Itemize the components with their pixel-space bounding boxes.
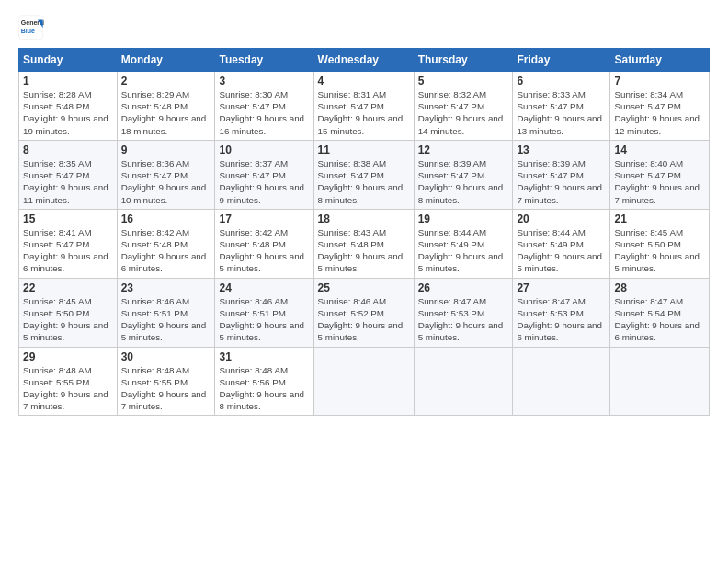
day-info: Sunrise: 8:28 AMSunset: 5:48 PMDaylight:… <box>23 88 113 137</box>
day-info: Sunrise: 8:44 AMSunset: 5:49 PMDaylight:… <box>418 226 509 275</box>
day-number: 16 <box>121 213 211 225</box>
day-info: Sunrise: 8:39 AMSunset: 5:47 PMDaylight:… <box>418 157 509 206</box>
table-cell: 22 Sunrise: 8:45 AMSunset: 5:50 PMDaylig… <box>19 278 118 347</box>
day-number: 15 <box>23 213 113 225</box>
day-number: 3 <box>219 75 309 87</box>
day-info: Sunrise: 8:37 AMSunset: 5:47 PMDaylight:… <box>219 157 309 206</box>
day-number: 21 <box>614 213 705 225</box>
day-number: 23 <box>121 282 211 294</box>
day-number: 18 <box>318 213 410 225</box>
table-cell: 9 Sunrise: 8:36 AMSunset: 5:47 PMDayligh… <box>117 140 215 209</box>
day-number: 1 <box>23 75 113 87</box>
calendar-header-row: Sunday Monday Tuesday Wednesday Thursday… <box>19 49 710 72</box>
table-cell: 18 Sunrise: 8:43 AMSunset: 5:48 PMDaylig… <box>313 209 414 278</box>
day-info: Sunrise: 8:44 AMSunset: 5:49 PMDaylight:… <box>517 226 606 275</box>
day-info: Sunrise: 8:42 AMSunset: 5:48 PMDaylight:… <box>219 226 309 275</box>
table-cell: 17 Sunrise: 8:42 AMSunset: 5:48 PMDaylig… <box>215 209 313 278</box>
day-number: 10 <box>219 144 309 156</box>
table-cell <box>610 347 710 416</box>
day-number: 9 <box>121 144 211 156</box>
day-info: Sunrise: 8:46 AMSunset: 5:52 PMDaylight:… <box>318 295 410 344</box>
table-cell: 19 Sunrise: 8:44 AMSunset: 5:49 PMDaylig… <box>414 209 513 278</box>
day-info: Sunrise: 8:48 AMSunset: 5:55 PMDaylight:… <box>121 364 211 413</box>
table-cell: 12 Sunrise: 8:39 AMSunset: 5:47 PMDaylig… <box>414 140 513 209</box>
day-number: 14 <box>614 144 705 156</box>
day-info: Sunrise: 8:42 AMSunset: 5:48 PMDaylight:… <box>121 226 211 275</box>
table-cell: 3 Sunrise: 8:30 AMSunset: 5:47 PMDayligh… <box>215 72 313 141</box>
col-wednesday: Wednesday <box>313 49 414 72</box>
logo: General Blue <box>18 15 44 40</box>
day-info: Sunrise: 8:43 AMSunset: 5:48 PMDaylight:… <box>318 226 410 275</box>
table-cell: 1 Sunrise: 8:28 AMSunset: 5:48 PMDayligh… <box>19 72 118 141</box>
table-cell: 14 Sunrise: 8:40 AMSunset: 5:47 PMDaylig… <box>610 140 710 209</box>
day-info: Sunrise: 8:35 AMSunset: 5:47 PMDaylight:… <box>23 157 113 206</box>
day-info: Sunrise: 8:30 AMSunset: 5:47 PMDaylight:… <box>219 88 309 137</box>
table-cell: 4 Sunrise: 8:31 AMSunset: 5:47 PMDayligh… <box>313 72 414 141</box>
day-info: Sunrise: 8:47 AMSunset: 5:53 PMDaylight:… <box>418 295 509 344</box>
table-cell: 8 Sunrise: 8:35 AMSunset: 5:47 PMDayligh… <box>19 140 118 209</box>
day-info: Sunrise: 8:45 AMSunset: 5:50 PMDaylight:… <box>23 295 113 344</box>
day-info: Sunrise: 8:40 AMSunset: 5:47 PMDaylight:… <box>614 157 705 206</box>
day-info: Sunrise: 8:32 AMSunset: 5:47 PMDaylight:… <box>418 88 509 137</box>
table-cell: 29 Sunrise: 8:48 AMSunset: 5:55 PMDaylig… <box>19 347 118 416</box>
calendar-row: 22 Sunrise: 8:45 AMSunset: 5:50 PMDaylig… <box>19 278 710 347</box>
col-sunday: Sunday <box>19 49 118 72</box>
day-info: Sunrise: 8:31 AMSunset: 5:47 PMDaylight:… <box>318 88 410 137</box>
table-cell: 6 Sunrise: 8:33 AMSunset: 5:47 PMDayligh… <box>513 72 610 141</box>
day-info: Sunrise: 8:36 AMSunset: 5:47 PMDaylight:… <box>121 157 211 206</box>
day-info: Sunrise: 8:33 AMSunset: 5:47 PMDaylight:… <box>517 88 606 137</box>
table-cell: 2 Sunrise: 8:29 AMSunset: 5:48 PMDayligh… <box>117 72 215 141</box>
calendar-table: Sunday Monday Tuesday Wednesday Thursday… <box>18 48 710 416</box>
day-number: 4 <box>318 75 410 87</box>
table-cell: 7 Sunrise: 8:34 AMSunset: 5:47 PMDayligh… <box>610 72 710 141</box>
day-info: Sunrise: 8:48 AMSunset: 5:55 PMDaylight:… <box>23 364 113 413</box>
day-number: 5 <box>418 75 509 87</box>
day-info: Sunrise: 8:47 AMSunset: 5:53 PMDaylight:… <box>517 295 606 344</box>
table-cell: 5 Sunrise: 8:32 AMSunset: 5:47 PMDayligh… <box>414 72 513 141</box>
calendar-row: 29 Sunrise: 8:48 AMSunset: 5:55 PMDaylig… <box>19 347 710 416</box>
table-cell: 26 Sunrise: 8:47 AMSunset: 5:53 PMDaylig… <box>414 278 513 347</box>
day-number: 8 <box>23 144 113 156</box>
day-number: 7 <box>614 75 705 87</box>
table-cell: 21 Sunrise: 8:45 AMSunset: 5:50 PMDaylig… <box>610 209 710 278</box>
day-info: Sunrise: 8:46 AMSunset: 5:51 PMDaylight:… <box>219 295 309 344</box>
day-number: 29 <box>23 350 113 363</box>
calendar-row: 1 Sunrise: 8:28 AMSunset: 5:48 PMDayligh… <box>19 72 710 141</box>
table-cell <box>414 347 513 416</box>
day-number: 28 <box>614 282 705 294</box>
day-number: 17 <box>219 213 309 225</box>
day-number: 19 <box>418 213 509 225</box>
table-cell: 25 Sunrise: 8:46 AMSunset: 5:52 PMDaylig… <box>313 278 414 347</box>
table-cell: 28 Sunrise: 8:47 AMSunset: 5:54 PMDaylig… <box>610 278 710 347</box>
day-info: Sunrise: 8:29 AMSunset: 5:48 PMDaylight:… <box>121 88 211 137</box>
day-number: 2 <box>121 75 211 87</box>
day-info: Sunrise: 8:38 AMSunset: 5:47 PMDaylight:… <box>318 157 410 206</box>
day-number: 12 <box>418 144 509 156</box>
day-info: Sunrise: 8:45 AMSunset: 5:50 PMDaylight:… <box>614 226 705 275</box>
table-cell <box>313 347 414 416</box>
day-info: Sunrise: 8:39 AMSunset: 5:47 PMDaylight:… <box>517 157 606 206</box>
table-cell: 15 Sunrise: 8:41 AMSunset: 5:47 PMDaylig… <box>19 209 118 278</box>
day-info: Sunrise: 8:34 AMSunset: 5:47 PMDaylight:… <box>614 88 705 137</box>
day-info: Sunrise: 8:46 AMSunset: 5:51 PMDaylight:… <box>121 295 211 344</box>
day-info: Sunrise: 8:47 AMSunset: 5:54 PMDaylight:… <box>614 295 705 344</box>
table-cell: 20 Sunrise: 8:44 AMSunset: 5:49 PMDaylig… <box>513 209 610 278</box>
day-info: Sunrise: 8:48 AMSunset: 5:56 PMDaylight:… <box>219 364 309 413</box>
day-number: 25 <box>318 282 410 294</box>
col-saturday: Saturday <box>610 49 710 72</box>
calendar-row: 15 Sunrise: 8:41 AMSunset: 5:47 PMDaylig… <box>19 209 710 278</box>
table-cell: 24 Sunrise: 8:46 AMSunset: 5:51 PMDaylig… <box>215 278 313 347</box>
day-number: 31 <box>219 350 309 363</box>
table-cell: 11 Sunrise: 8:38 AMSunset: 5:47 PMDaylig… <box>313 140 414 209</box>
table-cell <box>513 347 610 416</box>
table-cell: 23 Sunrise: 8:46 AMSunset: 5:51 PMDaylig… <box>117 278 215 347</box>
table-cell: 30 Sunrise: 8:48 AMSunset: 5:55 PMDaylig… <box>117 347 215 416</box>
col-monday: Monday <box>117 49 215 72</box>
table-cell: 31 Sunrise: 8:48 AMSunset: 5:56 PMDaylig… <box>215 347 313 416</box>
table-cell: 13 Sunrise: 8:39 AMSunset: 5:47 PMDaylig… <box>513 140 610 209</box>
col-tuesday: Tuesday <box>215 49 313 72</box>
table-cell: 27 Sunrise: 8:47 AMSunset: 5:53 PMDaylig… <box>513 278 610 347</box>
day-info: Sunrise: 8:41 AMSunset: 5:47 PMDaylight:… <box>23 226 113 275</box>
day-number: 24 <box>219 282 309 294</box>
col-friday: Friday <box>513 49 610 72</box>
